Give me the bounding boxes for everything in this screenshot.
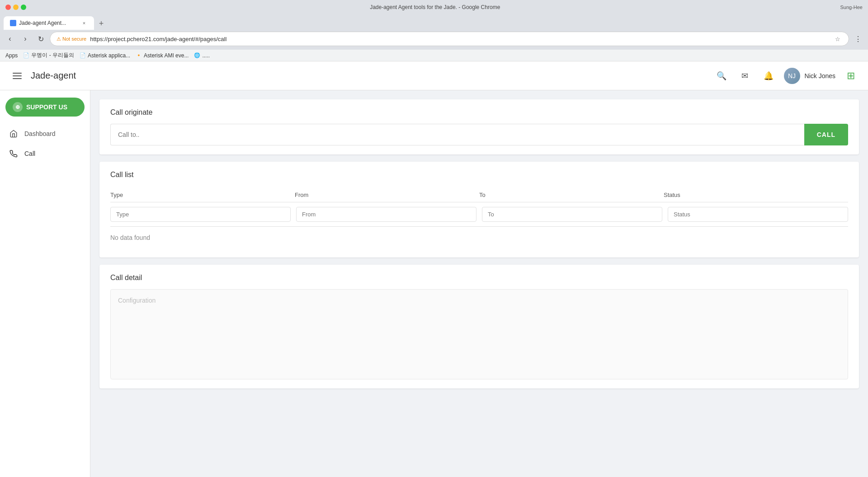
bookmark-icon[interactable]: ☆ xyxy=(833,34,842,43)
browser-tabs: Jade-agent Agent... × + xyxy=(0,14,868,30)
hamburger-line xyxy=(13,73,22,74)
mail-btn[interactable]: ✉ xyxy=(737,68,753,84)
col-header-type: Type xyxy=(110,192,295,198)
avatar-image: NJ xyxy=(784,68,800,84)
tab-title: Jade-agent Agent... xyxy=(19,20,78,26)
sidebar: ⊕ SUPPORT US Dashboard Call xyxy=(0,90,90,477)
col-header-to: To xyxy=(479,192,664,198)
github-icon: ⊕ xyxy=(13,102,23,112)
close-window-btn[interactable] xyxy=(5,5,11,10)
bookmark-wemeng[interactable]: 📄 우멩이 - 우리들의 xyxy=(23,51,74,59)
minimize-window-btn[interactable] xyxy=(13,5,19,10)
user-name: Nick Jones xyxy=(805,72,835,80)
user-info: NJ Nick Jones xyxy=(784,68,835,84)
app-logo: Jade-agent xyxy=(31,70,713,81)
call-detail-title: Call detail xyxy=(110,274,848,282)
call-originate-card: Call originate CALL xyxy=(99,99,859,154)
forward-btn[interactable]: › xyxy=(19,33,32,45)
app-wrapper: Jade-agent 🔍 ✉ 🔔 NJ Nick Jones ⊞ ⊕ SUPPO… xyxy=(0,61,868,477)
sidebar-item-dashboard[interactable]: Dashboard xyxy=(0,124,90,144)
notifications-btn[interactable]: 🔔 xyxy=(760,68,777,84)
bookmark-asterisk-ami[interactable]: 🔸 Asterisk AMI eve... xyxy=(136,52,189,59)
col-header-status: Status xyxy=(664,192,848,198)
sidebar-item-call[interactable]: Call xyxy=(0,144,90,164)
phone-icon xyxy=(9,149,18,158)
hamburger-menu-btn[interactable] xyxy=(9,68,25,84)
hamburger-line xyxy=(13,78,22,79)
main-layout: ⊕ SUPPORT US Dashboard Call xyxy=(0,90,868,477)
tab-favicon xyxy=(10,20,16,26)
topbar-actions: 🔍 ✉ 🔔 NJ Nick Jones ⊞ xyxy=(713,68,859,84)
table-header: Type From To Status xyxy=(110,186,848,202)
col-header-from: From xyxy=(295,192,479,198)
bookmark-asterisk-app[interactable]: 📄 Asterisk applica... xyxy=(80,52,130,59)
browser-addressbar: ‹ › ↻ ⚠ Not secure https://project.pcher… xyxy=(0,30,868,50)
browser-chrome: Jade-agent Agent tools for the Jade. - G… xyxy=(0,0,868,61)
no-data-label: No data found xyxy=(110,227,848,248)
active-tab[interactable]: Jade-agent Agent... × xyxy=(4,16,94,30)
address-bar[interactable]: ⚠ Not secure https://project.pchero21.co… xyxy=(50,32,849,46)
content-area: Call originate CALL Call list Type From … xyxy=(90,90,868,477)
back-btn[interactable]: ‹ xyxy=(4,33,16,45)
security-warning: ⚠ Not secure xyxy=(57,36,86,42)
support-btn[interactable]: ⊕ SUPPORT US xyxy=(5,98,85,117)
bookmark-more[interactable]: 🌐 ..... xyxy=(194,52,210,59)
call-list-title: Call list xyxy=(110,171,848,179)
bookmarks-bar: Apps 📄 우멩이 - 우리들의 📄 Asterisk applica... … xyxy=(0,50,868,61)
window-controls xyxy=(5,5,26,10)
dashboard-icon xyxy=(9,129,18,138)
filter-status-input[interactable] xyxy=(668,207,848,222)
url-text: https://project.pchero21.com/jade-agent/… xyxy=(90,36,226,42)
call-input-row: CALL xyxy=(110,124,848,145)
call-originate-title: Call originate xyxy=(110,108,848,117)
new-tab-btn[interactable]: + xyxy=(95,17,108,30)
call-to-input[interactable] xyxy=(110,124,804,145)
hamburger-line xyxy=(13,75,22,76)
call-detail-card: Call detail Configuration xyxy=(99,265,859,388)
filter-to-input[interactable] xyxy=(482,207,662,222)
call-list-card: Call list Type From To Status No data fo… xyxy=(99,162,859,257)
app-topbar: Jade-agent 🔍 ✉ 🔔 NJ Nick Jones ⊞ xyxy=(0,61,868,90)
table-filter-row xyxy=(110,202,848,227)
config-placeholder: Configuration xyxy=(118,297,156,304)
browser-titlebar: Jade-agent Agent tools for the Jade. - G… xyxy=(0,0,868,14)
configuration-area: Configuration xyxy=(110,289,848,379)
bookmark-apps[interactable]: Apps xyxy=(5,52,18,59)
maximize-window-btn[interactable] xyxy=(21,5,26,10)
refresh-btn[interactable]: ↻ xyxy=(34,33,47,45)
user-avatar: NJ xyxy=(784,68,800,84)
address-bar-icons: ☆ xyxy=(833,34,842,43)
search-btn[interactable]: 🔍 xyxy=(713,68,730,84)
tab-close-btn[interactable]: × xyxy=(80,19,88,27)
browser-title: Jade-agent Agent tools for the Jade. - G… xyxy=(33,4,836,10)
browser-profile: Sung-Hee xyxy=(840,5,863,10)
call-button[interactable]: CALL xyxy=(804,124,848,145)
menu-btn[interactable]: ⋮ xyxy=(852,33,864,45)
filter-type-input[interactable] xyxy=(110,207,291,222)
filter-from-input[interactable] xyxy=(296,207,476,222)
grid-btn[interactable]: ⊞ xyxy=(843,68,859,84)
